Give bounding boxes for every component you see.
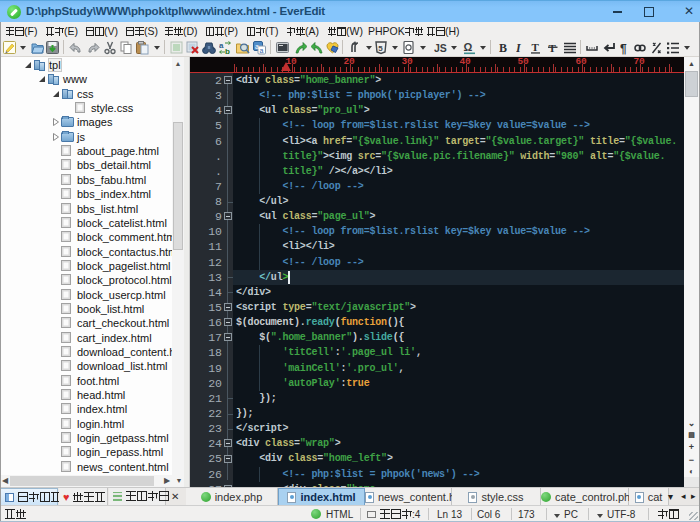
svg-text:a: a <box>219 41 224 50</box>
svg-text:T: T <box>549 42 557 54</box>
svg-text:¶: ¶ <box>620 41 627 55</box>
svg-text:a: a <box>260 46 264 53</box>
svg-text:Ω: Ω <box>464 41 473 53</box>
svg-text:b: b <box>225 47 230 55</box>
svg-text:5: 5 <box>378 43 383 52</box>
svg-text:I: I <box>516 41 522 55</box>
svg-text:a: a <box>255 43 259 50</box>
svg-text:T: T <box>532 41 540 53</box>
svg-text:B: B <box>499 41 507 55</box>
svg-text:JS: JS <box>434 42 447 54</box>
